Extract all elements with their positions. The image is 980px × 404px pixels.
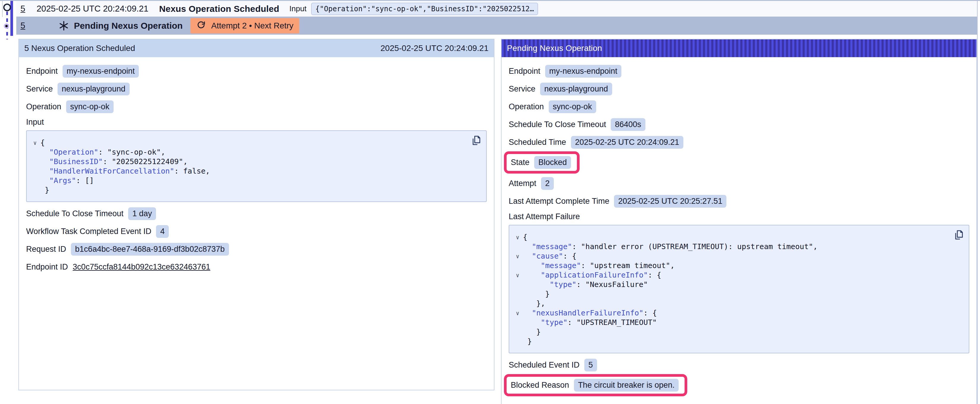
panel-title: Pending Nexus Operation [507,44,602,53]
field-label: Operation [509,102,544,111]
failure-section-label: Last Attempt Failure [509,212,969,221]
pending-operation-title: Pending Nexus Operation [74,21,183,31]
json-line: ∨"applicationFailureInfo": { [512,271,963,280]
highlighted-field-state: StateBlocked [504,151,579,174]
json-line: } [512,289,963,299]
json-gutter [512,327,523,337]
event-rows: 5 2025-02-25 UTC 20:24:09.21 Nexus Opera… [16,1,977,35]
event-input-preview-badge: {"Operation":"sync-op-ok","BusinessID":"… [311,3,538,15]
json-line: }, [512,299,963,308]
field-endpoint-id: Endpoint ID3c0c75ccfa8144b092c13ce632463… [26,260,487,274]
asterisk-icon [59,21,69,31]
highlighted-field-blocked-reason: Blocked ReasonThe circuit breaker is ope… [504,374,687,396]
json-gutter [512,318,523,327]
field-scheduled-event-id: Scheduled Event ID5 [509,358,969,372]
field-value-badge: 2025-02-25 UTC 20:25:27.51 [614,195,726,208]
field-value-badge: 5 [584,359,597,371]
chevron-down-icon[interactable]: ∨ [512,271,523,280]
field-label: Last Attempt Complete Time [509,196,609,206]
field-request-id: Request IDb1c6a4bc-8ee7-468a-9169-df3b02… [26,242,487,256]
field-endpoint: Endpointmy-nexus-endpoint [509,64,969,78]
field-schedule-to-close-timeout: Schedule To Close Timeout86400s [509,117,969,131]
event-input-label: Input [290,4,307,13]
json-gutter [30,147,40,157]
retry-icon [196,21,207,31]
field-label: Endpoint [509,67,541,76]
field-label: Operation [26,102,61,111]
input-section-label: Input [26,117,487,127]
panel-timestamp: 2025-02-25 UTC 20:24:09.21 [380,44,488,53]
field-value-badge: my-nexus-endpoint [63,65,139,78]
scheduled-event-panel-header: 5 Nexus Operation Scheduled 2025-02-25 U… [19,40,494,57]
event-title: Nexus Operation Scheduled [159,4,279,14]
field-label: Blocked Reason [511,380,569,390]
scheduled-event-panel: 5 Nexus Operation Scheduled 2025-02-25 U… [18,39,495,390]
event-timestamp: 2025-02-25 UTC 20:24:09.21 [37,4,148,14]
retry-status-badge: Attempt 2 • Next Retry [191,18,299,33]
field-operation: Operationsync-op-ok [509,100,969,113]
json-gutter [30,166,40,176]
json-line: } [512,327,963,337]
pending-operation-row[interactable]: 5 Pending Nexus Operation Attempt 2 • Ne… [16,17,977,35]
json-line: ∨"cause": { [512,252,963,261]
field-value-badge: Blocked [534,156,571,169]
field-value-badge: b1c6a4bc-8ee7-468a-9169-df3b02c8737b [71,243,229,256]
json-gutter [512,280,523,289]
field-label: Schedule To Close Timeout [26,209,123,218]
panel-title: 5 Nexus Operation Scheduled [24,44,135,53]
field-value-link[interactable]: 3c0c75ccfa8144b092c13ce632463761 [73,262,210,272]
field-last-attempt-complete-time: Last Attempt Complete Time2025-02-25 UTC… [509,194,969,208]
input-json-viewer: ∨{"Operation": "sync-op-ok","BusinessID"… [26,130,487,202]
json-gutter [30,185,40,195]
field-label: Attempt [509,179,536,188]
field-value-badge: sync-op-ok [66,100,114,113]
json-line: ∨"nexusHandlerFailureInfo": { [512,308,963,318]
json-line: } [512,337,963,346]
copy-icon[interactable] [470,135,482,146]
field-scheduled-time: Scheduled Time2025-02-25 UTC 20:24:09.21 [509,135,969,149]
field-value-badge: 1 day [128,208,156,220]
field-attempt: Attempt2 [509,176,969,190]
field-schedule-to-close-timeout: Schedule To Close Timeout1 day [26,207,487,220]
json-line: "HandlerWaitForCancellation": false, [30,166,480,176]
pending-marker-circle-filled-icon [4,24,9,29]
field-value-badge: nexus-playground [57,82,130,95]
json-line: ∨{ [512,233,963,242]
pending-event-id-link[interactable]: 5 [21,21,25,30]
chevron-down-icon[interactable]: ∨ [512,308,523,318]
pending-operation-panel: Pending Nexus Operation Endpointmy-nexus… [501,39,977,404]
field-service: Servicenexus-playground [509,82,969,96]
field-label: Endpoint [26,67,58,76]
failure-json-viewer: ∨{"message": "handler error (UPSTREAM_TI… [509,225,969,353]
field-label: Request ID [26,245,66,254]
outer-right-border [977,1,978,404]
field-value-badge: 86400s [611,118,646,131]
event-timeline [0,1,16,48]
field-label: Service [26,84,53,93]
json-line: "BusinessID": "20250225122409", [30,157,480,166]
chevron-down-icon[interactable]: ∨ [30,138,40,147]
json-line: "message": "handler error (UPSTREAM_TIME… [512,242,963,252]
json-gutter [512,242,523,252]
json-line: "type": "NexusFailure" [512,280,963,289]
field-label: Scheduled Time [509,138,566,147]
field-label: Workflow Task Completed Event ID [26,227,151,236]
copy-icon[interactable] [953,229,964,241]
scheduled-event-panel-body: Endpointmy-nexus-endpointServicenexus-pl… [19,57,494,284]
json-gutter [512,337,523,346]
chevron-down-icon[interactable]: ∨ [512,252,523,261]
json-gutter [512,299,523,308]
field-label: Schedule To Close Timeout [509,120,606,129]
event-summary-row[interactable]: 5 2025-02-25 UTC 20:24:09.21 Nexus Opera… [16,1,977,17]
field-label: Scheduled Event ID [509,360,579,370]
field-value-badge: The circuit breaker is open. [574,379,679,391]
field-endpoint: Endpointmy-nexus-endpoint [26,64,487,78]
chevron-down-icon[interactable]: ∨ [512,233,523,242]
json-gutter [512,289,523,299]
event-id-link[interactable]: 5 [21,4,25,14]
temporal-event-history-screen: 5 2025-02-25 UTC 20:24:09.21 Nexus Opera… [0,0,980,404]
field-value-badge: 2 [541,177,554,190]
json-line: ∨{ [30,138,480,147]
json-line: "message": "upstream timeout", [512,261,963,271]
timeline-left-divider [2,1,3,17]
